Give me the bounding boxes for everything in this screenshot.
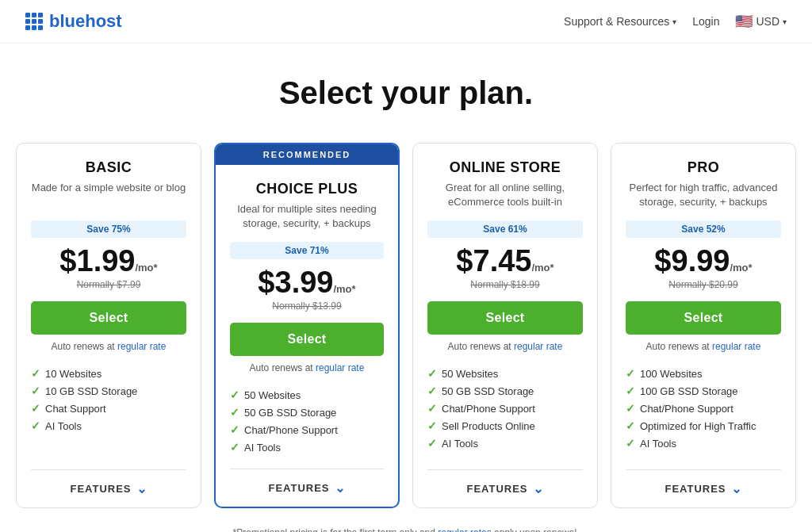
select-button-online-store[interactable]: Select <box>427 301 583 335</box>
feature-item: ✓ Optimized for High Traffic <box>626 417 781 434</box>
feature-text: 100 GB SSD Storage <box>640 385 738 397</box>
check-icon: ✓ <box>31 367 40 380</box>
price-suffix: /mo* <box>531 262 553 274</box>
select-button-basic[interactable]: Select <box>31 301 186 335</box>
regular-rate-link[interactable]: regular rate <box>514 341 562 352</box>
plan-body: CHOICE PLUS Ideal for multiple sites nee… <box>216 165 398 507</box>
check-icon: ✓ <box>626 367 635 380</box>
feature-item: ✓ 100 Websites <box>626 365 781 382</box>
save-badge: Save 71% <box>230 242 384 259</box>
auto-renew-text: Auto renews at regular rate <box>230 362 384 373</box>
check-icon: ✓ <box>626 419 635 432</box>
plan-body: BASIC Made for a simple website or blog … <box>17 144 201 507</box>
plan-card-choice-plus: RECOMMENDED CHOICE PLUS Ideal for multip… <box>214 143 400 508</box>
price-suffix: /mo* <box>730 262 752 274</box>
feature-text: Chat/Phone Support <box>442 403 535 415</box>
price-normal: Normally $13.99 <box>230 300 384 312</box>
check-icon: ✓ <box>427 437 437 450</box>
feature-text: AI Tools <box>244 442 281 454</box>
feature-text: AI Tools <box>640 438 676 450</box>
plan-card-pro: PRO Perfect for high traffic, advanced s… <box>611 143 796 508</box>
support-resources-link[interactable]: Support & Resources ▾ <box>564 15 676 28</box>
regular-rate-link[interactable]: regular rate <box>117 341 166 352</box>
plan-body: PRO Perfect for high traffic, advanced s… <box>611 144 795 507</box>
price-suffix: /mo* <box>135 262 157 274</box>
plan-desc: Perfect for high traffic, advanced stora… <box>626 181 781 209</box>
check-icon: ✓ <box>31 402 40 415</box>
select-button-pro[interactable]: Select <box>626 301 781 335</box>
features-toggle[interactable]: FEATURES ⌄ <box>230 469 384 496</box>
features-toggle[interactable]: FEATURES ⌄ <box>31 469 186 496</box>
chevron-down-icon: ▾ <box>783 17 787 26</box>
check-icon: ✓ <box>626 402 635 415</box>
check-icon: ✓ <box>427 385 437 397</box>
price-row: $3.99/mo* <box>230 267 384 297</box>
feature-item: ✓ AI Tools <box>31 417 186 434</box>
feature-item: ✓ 50 GB SSD Storage <box>427 382 583 400</box>
feature-item: ✓ 10 Websites <box>31 365 186 382</box>
currency-selector[interactable]: 🇺🇸 USD ▾ <box>735 13 787 30</box>
chevron-down-icon: ⌄ <box>533 481 544 496</box>
plan-desc: Great for all online selling, eCommerce … <box>427 181 583 209</box>
check-icon: ✓ <box>626 385 635 397</box>
features-list: ✓ 10 Websites ✓ 10 GB SSD Storage ✓ Chat… <box>31 365 186 457</box>
feature-item: ✓ 50 Websites <box>230 386 384 404</box>
feature-text: Chat/Phone Support <box>244 424 338 436</box>
save-badge: Save 61% <box>427 220 583 238</box>
auto-renew-text: Auto renews at regular rate <box>626 341 781 352</box>
feature-item: ✓ 10 GB SSD Storage <box>31 382 186 400</box>
check-icon: ✓ <box>230 406 239 419</box>
price-suffix: /mo* <box>333 283 355 295</box>
price-normal: Normally $18.99 <box>427 279 583 290</box>
feature-text: 100 Websites <box>640 368 703 380</box>
feature-text: 50 GB SSD Storage <box>442 385 534 397</box>
check-icon: ✓ <box>427 367 437 380</box>
feature-item: ✓ 50 Websites <box>427 365 583 382</box>
feature-item: ✓ 50 GB SSD Storage <box>230 404 384 421</box>
chevron-down-icon: ⌄ <box>136 481 147 496</box>
save-badge: Save 52% <box>626 220 781 238</box>
features-toggle[interactable]: FEATURES ⌄ <box>427 469 583 496</box>
support-label: Support & Resources <box>564 15 669 28</box>
price-row: $9.99/mo* <box>626 246 781 276</box>
price-row: $1.99/mo* <box>31 246 186 276</box>
feature-text: Optimized for High Traffic <box>640 420 756 432</box>
check-icon: ✓ <box>230 388 239 401</box>
footer-note-text: *Promotional pricing is for the first te… <box>233 527 435 532</box>
feature-item: ✓ AI Tools <box>230 438 384 456</box>
price-normal: Normally $20.99 <box>626 279 781 290</box>
check-icon: ✓ <box>31 419 40 432</box>
regular-rate-link[interactable]: regular rate <box>712 341 760 352</box>
select-button-choice-plus[interactable]: Select <box>230 323 384 356</box>
header: bluehost Support & Resources ▾ Login 🇺🇸 … <box>0 0 812 44</box>
features-label: FEATURES <box>268 482 329 494</box>
logo-grid-icon <box>25 13 43 30</box>
feature-text: Chat Support <box>45 403 106 415</box>
features-list: ✓ 100 Websites ✓ 100 GB SSD Storage ✓ Ch… <box>626 365 781 457</box>
chevron-down-icon: ▾ <box>672 17 676 26</box>
feature-item: ✓ Chat/Phone Support <box>427 400 583 417</box>
feature-text: AI Tools <box>45 420 82 432</box>
header-nav: Support & Resources ▾ Login 🇺🇸 USD ▾ <box>564 13 787 30</box>
feature-item: ✓ Sell Products Online <box>427 417 583 434</box>
check-icon: ✓ <box>626 437 635 450</box>
flag-icon: 🇺🇸 <box>735 13 753 30</box>
regular-rate-link[interactable]: regular rate <box>316 362 364 373</box>
check-icon: ✓ <box>230 423 239 436</box>
features-label: FEATURES <box>665 483 726 495</box>
logo: bluehost <box>25 11 122 32</box>
features-toggle[interactable]: FEATURES ⌄ <box>626 469 781 496</box>
auto-renew-text: Auto renews at regular rate <box>427 341 583 352</box>
plan-body: ONLINE STORE Great for all online sellin… <box>413 144 597 507</box>
feature-item: ✓ AI Tools <box>626 434 781 452</box>
currency-label: USD <box>756 15 779 28</box>
plan-name: ONLINE STORE <box>427 159 583 176</box>
price-amount: $1.99/mo* <box>59 244 157 277</box>
features-list: ✓ 50 Websites ✓ 50 GB SSD Storage ✓ Chat… <box>230 386 384 456</box>
feature-text: 10 GB SSD Storage <box>45 385 137 397</box>
plan-desc: Ideal for multiple sites needing storage… <box>230 202 384 231</box>
footer-regular-rates-link[interactable]: regular rates <box>438 527 491 532</box>
login-link[interactable]: Login <box>692 15 719 28</box>
plan-desc: Made for a simple website or blog <box>31 181 186 209</box>
price-normal: Normally $7.99 <box>31 279 186 290</box>
